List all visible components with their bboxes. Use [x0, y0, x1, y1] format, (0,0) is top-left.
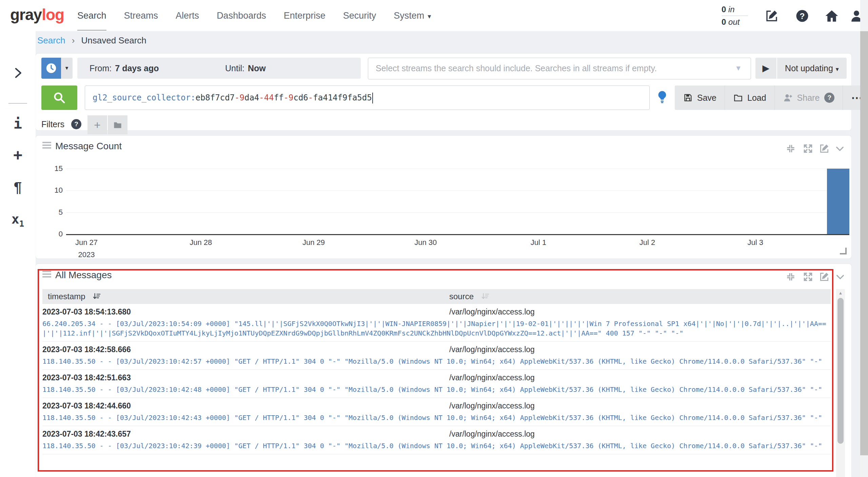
- query-token: eb8f7cd7: [195, 93, 235, 102]
- message-timestamp: 2023-07-03 18:42:44.660: [42, 401, 831, 411]
- stream-select-caret-icon[interactable]: ▼: [735, 58, 742, 78]
- add-icon[interactable]: +: [0, 146, 36, 165]
- share-button[interactable]: Share ?: [775, 85, 843, 110]
- refresh-dropdown[interactable]: Not updating▾: [777, 58, 847, 79]
- nav-item-dashboards[interactable]: Dashboards: [217, 0, 266, 30]
- scroll-up-icon[interactable]: ▲: [836, 290, 845, 295]
- drag-handle-icon[interactable]: [42, 142, 51, 150]
- share-help-icon[interactable]: ?: [824, 93, 834, 103]
- y-tick-label: 10: [42, 186, 63, 195]
- y-tick-label: 0: [42, 230, 63, 238]
- message-text: 66.240.205.34 - - [03/Jul/2023:10:54:09 …: [42, 319, 831, 338]
- breadcrumb-search-link[interactable]: Search: [37, 35, 65, 45]
- filters-label: Filters: [41, 119, 64, 129]
- query-token: ff: [274, 93, 284, 102]
- nav-item-streams[interactable]: Streams: [124, 0, 158, 30]
- share-user-icon: [783, 93, 793, 103]
- nav-item-search[interactable]: Search: [77, 0, 106, 31]
- expand-sidebar-button[interactable]: [0, 66, 36, 79]
- filter-folder-button[interactable]: [108, 115, 127, 134]
- sidebar-divider: [8, 103, 27, 103]
- search-actions: Save Load Share ? ⋯: [675, 85, 868, 110]
- nav-item-security[interactable]: Security: [343, 0, 376, 30]
- column-timestamp[interactable]: timestamp: [48, 289, 101, 304]
- filters-help-icon[interactable]: ?: [71, 119, 81, 129]
- drag-handle-icon[interactable]: [42, 271, 51, 279]
- stream-select-placeholder: Select streams the search should include…: [376, 58, 657, 78]
- x-tick-label: Jul 3: [735, 238, 776, 247]
- messages-scrollbar[interactable]: ▲: [836, 289, 845, 477]
- save-button[interactable]: Save: [675, 85, 725, 110]
- message-list: 2023-07-03 18:54:13.680/var/log/nginx/ac…: [42, 304, 831, 477]
- query-token: -9: [235, 93, 244, 102]
- time-range-caret-button[interactable]: ▾: [61, 58, 73, 79]
- sort-icon[interactable]: [481, 292, 490, 301]
- widget-title: Message Count: [55, 141, 122, 152]
- bar-message-count[interactable]: [827, 169, 849, 234]
- query-token: da4: [244, 93, 259, 102]
- y-tick-label: 5: [42, 208, 63, 217]
- scrollbar-thumb[interactable]: [837, 298, 844, 444]
- stream-select[interactable]: Select streams the search should include…: [368, 58, 751, 79]
- text-cursor: [372, 93, 373, 103]
- graylog-logo[interactable]: graylog: [10, 5, 64, 24]
- fields-icon[interactable]: x1: [0, 212, 36, 229]
- column-source[interactable]: source: [449, 289, 490, 304]
- page-scrollbar-thumb[interactable]: [860, 31, 868, 455]
- nav-item-enterprise[interactable]: Enterprise: [284, 0, 326, 30]
- chevron-down-icon: ▾: [428, 13, 431, 20]
- message-row[interactable]: 2023-07-03 18:42:43.657/var/log/nginx/ac…: [42, 426, 831, 454]
- clock-icon: [45, 62, 57, 74]
- edit-icon[interactable]: [819, 271, 830, 282]
- add-filter-button[interactable]: +: [87, 115, 107, 134]
- sort-desc-icon[interactable]: [92, 292, 101, 301]
- message-row[interactable]: 2023-07-03 18:42:58.666/var/log/nginx/ac…: [42, 342, 831, 370]
- query-token: gl2_source_collector: [93, 93, 191, 102]
- message-source: /var/log/nginx/access.log: [449, 344, 535, 355]
- focus-icon[interactable]: [785, 271, 796, 282]
- message-timestamp: 2023-07-03 18:42:43.657: [42, 429, 831, 439]
- compose-icon[interactable]: [765, 9, 779, 23]
- query-input[interactable]: gl2_source_collector:eb8f7cd7-9da4-44ff-…: [85, 85, 650, 110]
- throughput-indicator[interactable]: 0 in 0 out: [722, 4, 751, 27]
- run-search-button[interactable]: ▶: [755, 58, 776, 79]
- resize-handle[interactable]: [840, 248, 847, 254]
- focus-icon[interactable]: [785, 143, 796, 154]
- chevron-down-icon[interactable]: [834, 143, 845, 154]
- message-row[interactable]: 2023-07-03 18:54:13.680/var/log/nginx/ac…: [42, 304, 831, 342]
- info-icon[interactable]: i: [0, 115, 36, 132]
- expand-icon[interactable]: [803, 143, 813, 154]
- x-tick-label: Jun 27: [66, 238, 107, 247]
- left-sidebar: i + ¶ x1: [0, 31, 36, 477]
- nav-item-system[interactable]: System▾: [394, 0, 431, 30]
- query-token: fa414f9fa5d5: [313, 93, 372, 102]
- message-text: 118.140.35.50 - - [03/Jul/2023:10:42:48 …: [42, 385, 831, 394]
- message-row[interactable]: 2023-07-03 18:42:51.663/var/log/nginx/ac…: [42, 370, 831, 398]
- load-button[interactable]: Load: [725, 85, 775, 110]
- message-timestamp: 2023-07-03 18:42:58.666: [42, 344, 831, 355]
- time-range-button[interactable]: [41, 58, 61, 79]
- home-icon[interactable]: [825, 9, 839, 23]
- chevron-down-icon[interactable]: [835, 271, 846, 282]
- widget-title: All Messages: [55, 270, 112, 281]
- message-timestamp: 2023-07-03 18:42:51.663: [42, 373, 831, 383]
- expand-icon[interactable]: [803, 271, 813, 282]
- query-token: :: [191, 93, 195, 102]
- message-source: /var/log/nginx/access.log: [449, 373, 535, 383]
- save-icon: [683, 93, 693, 103]
- throughput-out: 0 out: [722, 17, 751, 27]
- query-token: -44: [259, 93, 274, 102]
- lightbulb-icon[interactable]: [655, 90, 669, 106]
- page-scrollbar[interactable]: [860, 0, 868, 477]
- time-range-display[interactable]: From:7 days ago Until:Now: [77, 58, 361, 79]
- search-icon: [53, 91, 66, 104]
- folder-icon: [733, 93, 743, 103]
- edit-icon[interactable]: [819, 143, 830, 154]
- breadcrumb: Search › Unsaved Search: [37, 35, 146, 46]
- search-button[interactable]: [41, 85, 77, 110]
- pilcrow-icon[interactable]: ¶: [0, 179, 36, 195]
- breadcrumb-separator: ›: [72, 35, 75, 45]
- help-icon[interactable]: ?: [795, 9, 809, 23]
- message-row[interactable]: 2023-07-03 18:42:44.660/var/log/nginx/ac…: [42, 398, 831, 426]
- nav-item-alerts[interactable]: Alerts: [176, 0, 199, 30]
